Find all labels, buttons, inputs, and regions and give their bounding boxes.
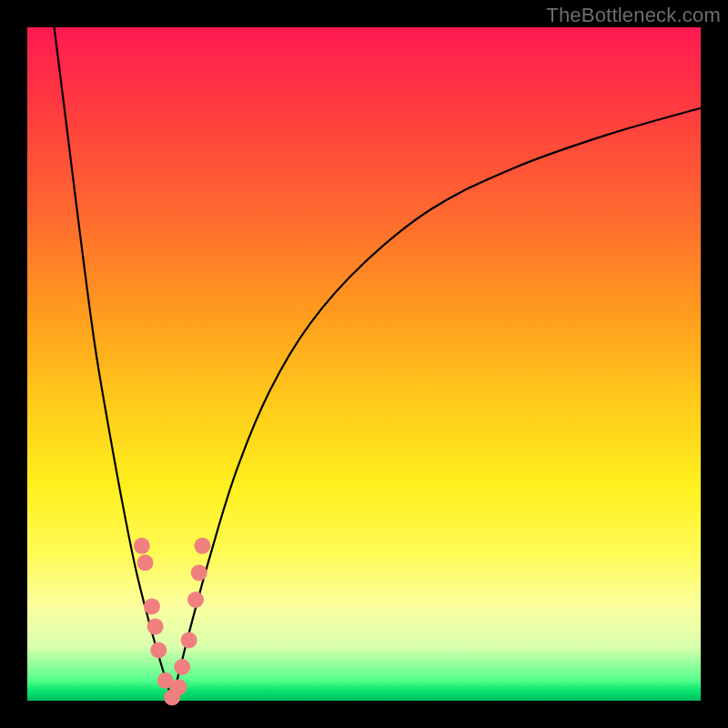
data-marker [194,538,210,554]
data-marker [191,564,207,581]
data-marker [187,592,204,608]
data-marker [144,598,160,614]
data-marker [134,538,150,554]
curve-right-branch [172,108,701,701]
data-marker [171,679,187,695]
chart-svg [27,27,701,701]
data-marker [147,619,164,635]
data-marker [137,554,154,571]
chart-frame: TheBottleneck.com [0,0,728,728]
chart-plot-area [27,27,701,701]
data-markers [134,538,211,706]
data-marker [174,659,190,675]
watermark-text: TheBottleneck.com [546,4,721,27]
data-marker [181,632,197,648]
data-marker [150,642,167,659]
